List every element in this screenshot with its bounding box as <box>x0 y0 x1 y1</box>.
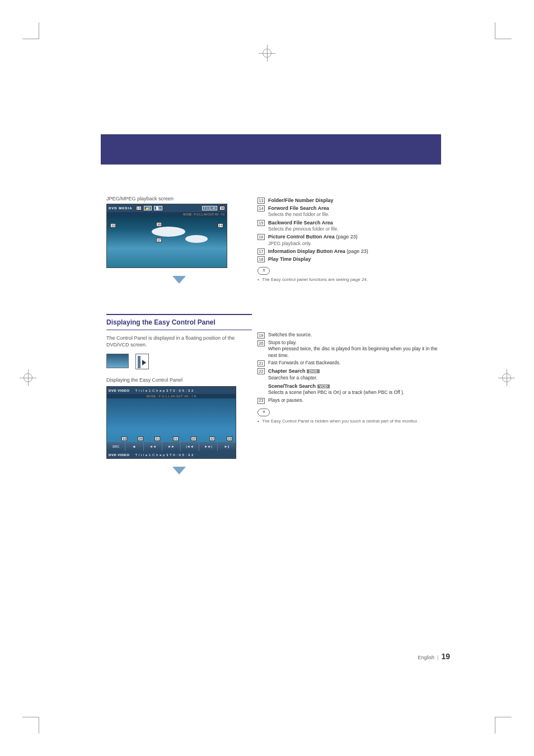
header-bar <box>101 134 441 165</box>
thumbnail-2 <box>135 354 149 369</box>
thumbnail-1 <box>106 354 129 368</box>
screenshot-title: DVD MEDIA <box>109 206 133 210</box>
page-number: 19 <box>441 652 450 661</box>
screenshot-status-2: MODE : F U L L AV-OUT: AV - I N <box>107 394 236 398</box>
callout-item-20: 20 Stops to play.When pressed twice, the… <box>257 340 442 359</box>
dvd-badge: DVD <box>307 369 320 373</box>
screenshot-status: MODE : F U L L AV-OUT: AV - I N <box>107 212 227 217</box>
callout-22a: 22 <box>191 436 196 441</box>
callout-20: 20 <box>138 436 143 441</box>
callout-21b: 21 <box>173 436 179 441</box>
callout-14: 14 <box>218 223 223 228</box>
callout-16: 16 <box>156 222 162 227</box>
easy-control-panel-screenshot: DVD VIDEO T i t l e 1 C h a p 3 T 0 : 0 … <box>106 386 236 459</box>
screenshot-label-2: Displaying the Easy Control Panel <box>106 377 252 383</box>
callout-item-22: 22 Chapter Search DVD Searches for a cha… <box>257 368 442 396</box>
play-pause-button: ►|| <box>218 442 236 451</box>
playtime-indicator: P 0:01:48 <box>202 206 217 210</box>
callout-18: 18 <box>219 206 225 210</box>
callout-23: 23 <box>227 436 232 441</box>
callout-item-14: 14 Forword File Search AreaSelects the n… <box>257 205 442 218</box>
callout-item-19: 19 Switches the source. <box>257 332 442 339</box>
callout-15: 15 <box>110 223 116 228</box>
fastforward-button: ►► <box>162 442 181 451</box>
callout-item-17: 17 Information Display Button Area (page… <box>257 248 442 255</box>
page-footer: English | 19 <box>418 652 450 661</box>
prev-button: |◄◄ <box>181 442 199 451</box>
screenshot-label: JPEG/MPEG playback screen <box>106 196 252 201</box>
rewind-button: ◄◄ <box>144 442 162 451</box>
note-text: The Easy control panel functions are see… <box>257 277 442 282</box>
section-header: Displaying the Easy Control Panel <box>106 314 252 330</box>
callout-item-13: 13 Folder/File Number Display <box>257 197 442 204</box>
continuation-arrow-icon <box>172 276 186 284</box>
src-button: SRC <box>107 442 125 451</box>
control-bar: SRC ■ ◄◄ ►► |◄◄ ►►| ►|| <box>107 442 236 451</box>
folder-indicator: 📁 3 <box>144 206 152 210</box>
continuation-arrow-icon <box>172 467 186 475</box>
jpeg-playback-screenshot: DVD MEDIA 13 📁 3 📄 1 P 0:01:48 18 MODE :… <box>106 204 227 268</box>
screenshot-bottom-title: DVD VIDEO <box>109 453 130 457</box>
stop-button: ■ <box>125 442 144 451</box>
callout-item-18: 18 Play Time Display <box>257 256 442 262</box>
next-button: ►►| <box>199 442 218 451</box>
note-icon: ⠿ <box>257 267 270 275</box>
file-indicator: 📄 1 <box>154 206 162 210</box>
callout-item-21: 21 Fast Forwards or Fast Backwards. <box>257 360 442 367</box>
callout-item-23: 23 Plays or pauses. <box>257 397 442 404</box>
callout-13: 13 <box>136 206 142 210</box>
callout-19: 19 <box>121 436 127 441</box>
callout-item-16: 16 Picture Control Button Area (page 23)… <box>257 233 442 247</box>
callout-22b: 22 <box>209 436 215 441</box>
callout-17: 17 <box>156 238 162 242</box>
note-text-2: The Easy Control Panel is hidden when yo… <box>257 419 442 424</box>
screenshot-title-2: DVD VIDEO <box>109 389 130 392</box>
callout-21a: 21 <box>154 436 160 441</box>
callout-item-15: 15 Backword File Search AreaSelects the … <box>257 219 442 233</box>
note-icon: ⠿ <box>257 408 270 416</box>
vcd-badge: VCD <box>317 384 330 388</box>
registration-mark <box>498 369 515 386</box>
section-description: The Control Panel is displayed in a floa… <box>106 335 252 348</box>
